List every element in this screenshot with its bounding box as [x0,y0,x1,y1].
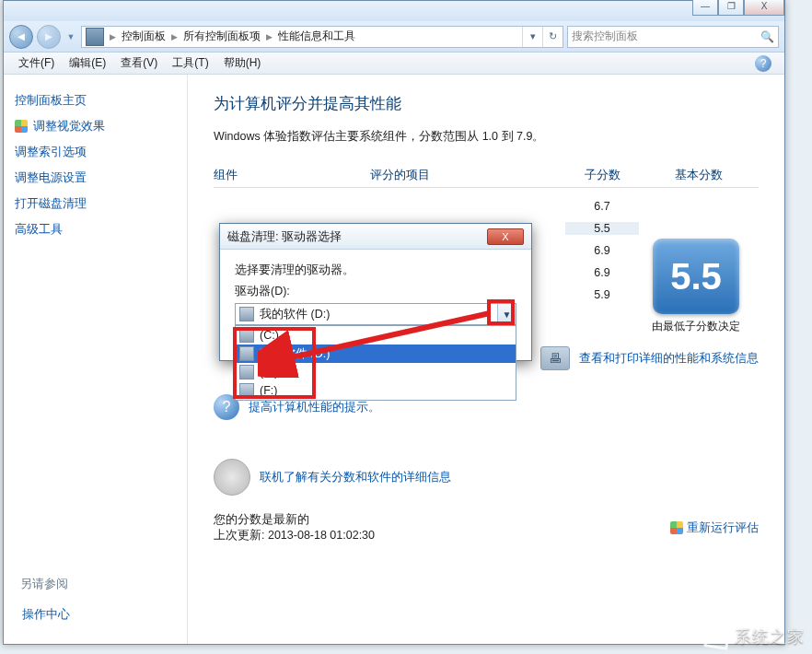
drive-combobox[interactable]: 我的软件 (D:) ▼ (C:) 我的软件 (D:) (E:) (F:) [235,303,516,325]
drive-option-c[interactable]: (C:) [236,326,516,345]
link-online-info[interactable]: 联机了解有关分数和软件的详细信息 [260,469,451,485]
nav-row: ◄ ► ▼ ▶ 控制面板 ▶ 所有控制面板项 ▶ 性能信息和工具 ▾ ↻ 搜索控… [4,21,784,53]
base-score-caption: 由最低子分数决定 [641,320,751,334]
dialog-title-text: 磁盘清理: 驱动器选择 [227,228,342,245]
col-component: 组件 [214,167,370,183]
nav-history-dropdown[interactable]: ▼ [64,29,77,45]
breadcrumb-item[interactable]: 所有控制面板项 [180,29,264,44]
sidebar: 控制面板主页 调整视觉效果 调整索引选项 调整电源设置 打开磁盘清理 高级工具 … [4,75,188,644]
link-performance-tips[interactable]: 提高计算机性能的提示。 [249,399,380,415]
disk-cleanup-dialog: 磁盘清理: 驱动器选择 X 选择要清理的驱动器。 驱动器(D): 我的软件 (D… [219,223,532,361]
sidebar-item-indexing[interactable]: 调整索引选项 [13,139,178,165]
dialog-close-button[interactable]: X [487,228,524,245]
back-button[interactable]: ◄ [9,25,33,49]
address-dropdown-button[interactable]: ▾ [522,27,542,47]
col-subscore: 子分数 [565,167,639,183]
base-score-value: 5.5 [653,239,739,314]
subscore-value: 6.9 [565,244,639,257]
menu-tools[interactable]: 工具(T) [165,53,215,73]
drive-icon [239,365,254,380]
breadcrumb-item[interactable]: 控制面板 [118,29,169,44]
drive-dropdown-list: (C:) 我的软件 (D:) (E:) (F:) [235,325,516,401]
subscore-value: 6.9 [565,266,639,279]
drive-icon [239,383,254,398]
menu-help[interactable]: 帮助(H) [216,53,269,73]
link-print-details[interactable]: 查看和打印详细的性能和系统信息 [579,350,759,367]
drive-option-f[interactable]: (F:) [236,381,516,400]
close-button[interactable]: X [744,0,784,16]
watermark: 系统之家 [705,625,805,648]
drive-option-d[interactable]: 我的软件 (D:) [236,345,516,363]
base-score-panel: 5.5 由最低子分数决定 [641,239,751,334]
sidebar-item-power[interactable]: 调整电源设置 [13,165,178,191]
page-subtitle: Windows 体验指数评估主要系统组件，分数范围从 1.0 到 7.9。 [214,129,759,145]
footer-status: 您的分数是最新的 [214,512,375,528]
minimize-button[interactable]: — [692,0,718,16]
drive-option-e[interactable]: (E:) [236,363,516,381]
search-placeholder: 搜索控制面板 [572,29,638,44]
maximize-button[interactable]: ❐ [718,0,744,16]
menu-file[interactable]: 文件(F) [11,53,62,73]
see-also-header: 另请参阅 [20,576,72,592]
drive-icon [239,346,254,361]
subscore-value: 5.5 [565,222,639,235]
titlebar[interactable]: — ❐ X [4,1,784,21]
sidebar-item-home[interactable]: 控制面板主页 [13,88,178,113]
menu-bar: 文件(F) 编辑(E) 查看(V) 工具(T) 帮助(H) ? [4,53,784,75]
subscore-value: 6.7 [565,200,639,213]
search-box[interactable]: 搜索控制面板 🔍 [567,26,779,48]
watermark-logo-icon [703,623,730,649]
page-heading: 为计算机评分并提高其性能 [214,93,759,114]
col-item: 评分的项目 [370,167,565,183]
shield-icon [670,521,683,534]
location-icon [86,28,104,46]
chevron-icon[interactable]: ▶ [169,32,180,41]
col-basescore: 基本分数 [639,167,759,183]
dialog-titlebar[interactable]: 磁盘清理: 驱动器选择 X [220,224,531,250]
shield-icon [15,120,28,133]
printer-icon: 🖶 [540,346,570,370]
subscore-value: 5.9 [565,288,639,301]
drive-icon [239,328,254,343]
drive-label: 驱动器(D): [235,284,516,299]
help-icon[interactable]: ? [755,55,771,72]
refresh-button[interactable]: ↻ [542,27,563,47]
score-table-header: 组件 评分的项目 子分数 基本分数 [214,167,759,188]
breadcrumb-item[interactable]: 性能信息和工具 [274,29,359,44]
footer-updated: 上次更新: 2013-08-18 01:02:30 [214,528,375,543]
drive-selected: 我的软件 (D:) [260,307,330,322]
menu-edit[interactable]: 编辑(E) [62,53,113,73]
sidebar-item-advanced-tools[interactable]: 高级工具 [13,216,178,242]
address-bar[interactable]: ▶ 控制面板 ▶ 所有控制面板项 ▶ 性能信息和工具 ▾ ↻ [81,26,563,48]
sidebar-item-disk-cleanup[interactable]: 打开磁盘清理 [13,191,178,216]
rerun-assessment-link[interactable]: 重新运行评估 [670,512,759,543]
sidebar-item-action-center[interactable]: 操作中心 [20,601,72,627]
drive-icon [239,307,254,321]
disc-icon [214,459,250,496]
dialog-prompt: 选择要清理的驱动器。 [235,263,516,278]
chevron-icon[interactable]: ▶ [264,32,274,41]
menu-view[interactable]: 查看(V) [113,53,165,73]
sidebar-item-visual-effects[interactable]: 调整视觉效果 [13,113,178,139]
search-icon: 🔍 [760,30,774,43]
chevron-icon[interactable]: ▶ [108,32,118,41]
combobox-arrow[interactable]: ▼ [497,304,516,324]
forward-button[interactable]: ► [37,25,61,49]
